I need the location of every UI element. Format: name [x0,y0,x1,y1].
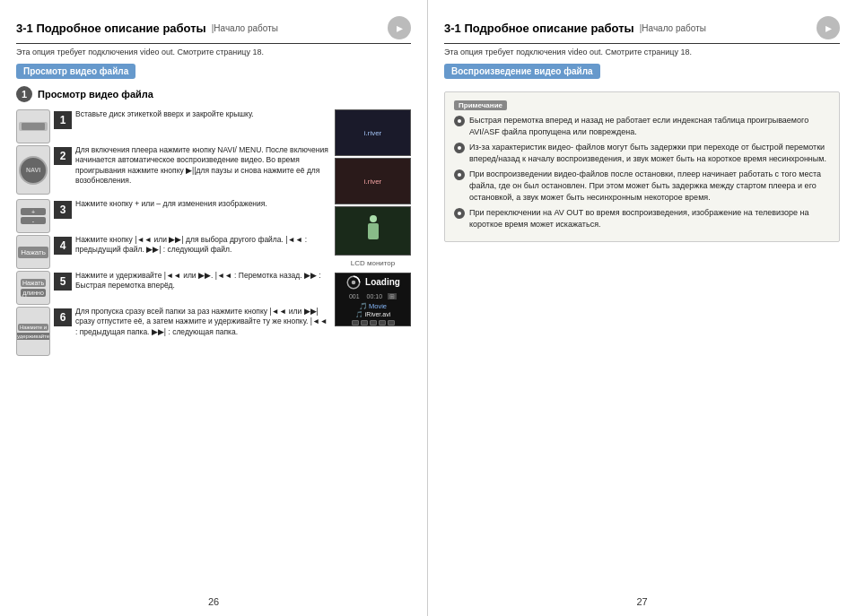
right-page-description: Эта опция требует подключения video out.… [444,48,840,56]
note-item-3: При воспроизведении видео-файлов после о… [454,169,830,203]
step-number-1: 1 [54,111,72,129]
note-item-1: Быстрая перемотка вперед и назад не рабо… [454,115,830,137]
loading-text: Loading [365,277,400,287]
right-page-title: 3-1 Подробное описание работы [444,22,634,35]
step-text-4: Нажмите кнопку |◄◄ или ▶▶| для выбора др… [75,235,329,256]
video-img-3 [336,207,410,255]
screenshot-2: i.river [335,158,411,204]
steps-side: 1 Вставьте диск этикеткой вверх и закрой… [16,109,329,356]
note-item-2: Из-за характеристик видео- файлов могут … [454,142,830,164]
left-page-header: 3-1 Подробное описание работы |Начало ра… [16,16,411,44]
left-page-number: 26 [208,596,219,607]
step-row-5: Нажать длинно 5 Нажмите и удерживайте |◄… [16,271,329,307]
video-img-1: i.river [336,110,410,155]
left-arrow-btn[interactable]: ▸ [388,16,411,39]
note-box: Примечание Быстрая перемотка вперед и на… [444,91,840,242]
step-icon-3: + - [16,199,50,233]
left-page-subtitle: |Начало работы [212,23,278,33]
bullet-3 [454,169,465,180]
svg-point-1 [352,280,356,284]
screenshot-3 [335,206,411,256]
right-page-header: 3-1 Подробное описание работы |Начало ра… [444,16,840,44]
left-page: 3-1 Подробное описание работы |Начало ра… [0,0,428,616]
step-row-1: 1 Вставьте диск этикеткой вверх и закрой… [16,109,329,145]
step-number-6: 6 [54,308,72,326]
step-row-2: NAVI 2 Для включения плеера нажмите кноп… [16,145,329,199]
note-header: Примечание [454,100,507,110]
left-page-title: 3-1 Подробное описание работы [16,22,206,35]
left-page-description: Эта опция требует подключения video out.… [16,48,411,56]
right-page: 3-1 Подробное описание работы |Начало ра… [428,0,856,616]
step-text-3: Нажмите кнопку + или – для изменения изо… [75,199,329,209]
step-number-5: 5 [54,273,72,291]
right-arrow-btn[interactable]: ▸ [817,16,840,39]
screenshots-col: i.river i.river LCD монитор [335,109,411,356]
step-row-6: Нажмите и удерживайте 6 Для пропуска сра… [16,307,329,356]
step-icon-4: Нажать [16,235,50,269]
step-number-4: 4 [54,237,72,255]
person-figure [364,215,382,247]
bullet-1 [454,116,465,126]
step-number-2: 2 [54,147,72,165]
loading-icon [345,274,362,291]
loading-screen: Loading 001 00:10 ⊞ 🎵Movie 🎵iRiver.avi [335,273,411,326]
bullet-2 [454,143,465,153]
step-text-1: Вставьте диск этикеткой вверх и закройте… [75,109,329,119]
right-page-number: 27 [636,596,647,607]
step-row-3: + - 3 Нажмите кнопку + или – для изменен… [16,199,329,235]
bullet-4 [454,208,465,219]
step-icon-6: Нажмите и удерживайте [16,307,50,356]
step-text-5: Нажмите и удерживайте |◄◄ или ▶▶. |◄◄ : … [75,271,329,291]
subsection-number: 1 [16,86,32,102]
subsection-title: 1 Просмотр видео файла [16,86,411,102]
step-icon-2: NAVI [16,145,50,195]
left-section-header: Просмотр видео файла [16,64,135,79]
step-text-6: Для пропуска сразу всей папки за раз наж… [75,307,329,337]
video-img-2: i.river [336,159,410,204]
step-number-3: 3 [54,201,72,219]
step-row-4: Нажать 4 Нажмите кнопку |◄◄ или ▶▶| для … [16,235,329,271]
loading-content: Loading [345,274,400,291]
right-section-header: Воспроизведение видео файла [444,64,600,79]
right-page-subtitle: |Начало работы [640,23,706,33]
screenshot-1: i.river [335,109,411,156]
press-label: Нажать [18,247,48,258]
main-content: 1 Вставьте диск этикеткой вверх и закрой… [16,109,411,356]
note-item-4: При переключении на AV OUT во время восп… [454,207,830,230]
step-icon-5: Нажать длинно [16,271,50,305]
navi-icon: NAVI [19,156,48,185]
lcd-label: LCD монитор [335,259,411,267]
step-text-2: Для включения плеера нажмите кнопку NAVI… [75,145,329,187]
step-icon-1 [16,109,50,143]
